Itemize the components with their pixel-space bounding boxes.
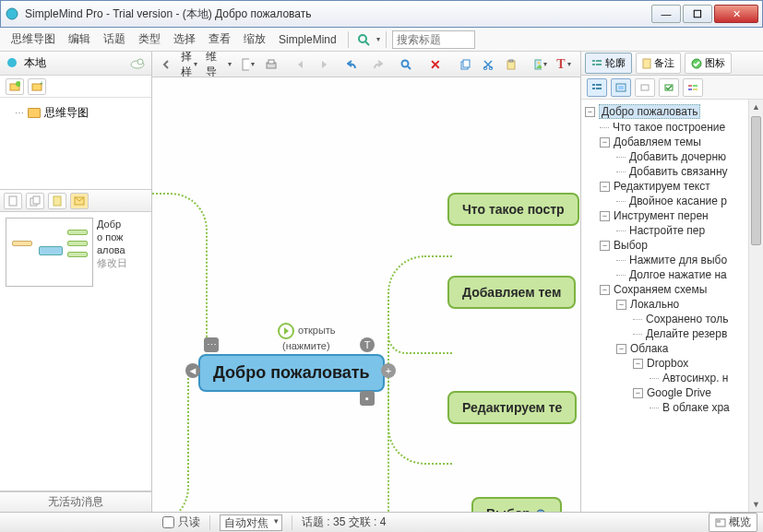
- outline-item[interactable]: −Добро пожаловать: [581, 103, 763, 120]
- outline-tool-5[interactable]: [683, 78, 703, 97]
- scroll-down-icon[interactable]: ▼: [749, 497, 763, 512]
- outline-tool-3[interactable]: [635, 78, 655, 97]
- node-handle-left[interactable]: ◄: [185, 363, 200, 378]
- node-child-1[interactable]: Что такое постр: [447, 193, 579, 226]
- new-map-button[interactable]: [6, 78, 24, 95]
- expand-icon[interactable]: −: [600, 137, 610, 148]
- menu-topic[interactable]: 话题: [98, 29, 131, 50]
- outline-item[interactable]: −Облака: [581, 341, 763, 356]
- paste-button[interactable]: [48, 193, 66, 209]
- left-tree[interactable]: ⋯ 思维导图: [0, 98, 151, 190]
- menu-view[interactable]: 查看: [203, 29, 236, 50]
- copy-button[interactable]: [455, 54, 475, 75]
- toggle-panel-button[interactable]: [156, 54, 176, 75]
- expand-icon[interactable]: −: [585, 107, 595, 117]
- nav-fwd-button[interactable]: [314, 54, 334, 75]
- preview-button[interactable]: 概览: [709, 513, 757, 532]
- print-button[interactable]: [261, 54, 281, 75]
- outline-item[interactable]: −Локально: [581, 297, 763, 312]
- outline-item[interactable]: Сохранено толь: [581, 312, 763, 326]
- outline-tool-4[interactable]: [659, 78, 679, 97]
- outline-item[interactable]: Делайте резерв: [581, 326, 763, 341]
- node-handle-add[interactable]: +: [381, 363, 396, 378]
- outline-tree[interactable]: −Добро пожаловатьЧто такое построение−До…: [581, 100, 763, 512]
- outline-item[interactable]: В облаке хра: [581, 400, 763, 415]
- outline-item[interactable]: −Редактируем текст: [581, 179, 763, 194]
- tab-outline[interactable]: 轮廓: [585, 53, 632, 74]
- expand-icon[interactable]: −: [600, 211, 610, 221]
- text-button[interactable]: T▾: [554, 54, 574, 75]
- expand-icon[interactable]: −: [600, 241, 610, 251]
- tree-node-root[interactable]: ⋯ 思维导图: [6, 103, 146, 123]
- outline-item[interactable]: Настройте пер: [581, 223, 763, 238]
- outline-item[interactable]: Добавить связанну: [581, 164, 763, 179]
- maximize-button[interactable]: ☐: [683, 5, 712, 23]
- menu-select[interactable]: 选择: [168, 29, 201, 50]
- left-tab-label[interactable]: 本地: [24, 55, 46, 71]
- minimize-button[interactable]: —: [651, 5, 681, 23]
- copy-doc-button[interactable]: [26, 193, 44, 209]
- undo-button[interactable]: [343, 54, 364, 75]
- open-hint[interactable]: открыть (нажмите): [277, 322, 336, 351]
- redo-button[interactable]: [366, 54, 387, 75]
- node-handle-bottom[interactable]: ▪: [360, 391, 375, 406]
- expand-icon[interactable]: −: [600, 182, 610, 192]
- cloud-icon[interactable]: [129, 57, 146, 70]
- menu-edit[interactable]: 编辑: [63, 29, 96, 50]
- outline-tool-2[interactable]: [611, 78, 631, 97]
- outline-item[interactable]: −Сохраняем схемы: [581, 282, 763, 297]
- nav-back-button[interactable]: [291, 54, 311, 75]
- style-button[interactable]: 选择样式▾: [179, 54, 199, 75]
- outline-item[interactable]: −Google Drive: [581, 385, 763, 400]
- menu-zoom[interactable]: 缩放: [238, 29, 271, 50]
- find-button[interactable]: [396, 54, 416, 75]
- thumbnail-preview[interactable]: [6, 218, 93, 287]
- menu-mindmap[interactable]: 思维导图: [6, 29, 61, 50]
- outline-item[interactable]: Автосинхр. н: [581, 371, 763, 385]
- attach-button[interactable]: ▾: [577, 54, 580, 75]
- expand-icon[interactable]: −: [633, 359, 643, 369]
- new-button[interactable]: ▾: [238, 54, 258, 75]
- outline-item[interactable]: −Инструмент перен: [581, 208, 763, 223]
- menu-type[interactable]: 类型: [133, 29, 166, 50]
- image-button[interactable]: ▾: [531, 54, 551, 75]
- outline-item[interactable]: Добавить дочерню: [581, 149, 763, 164]
- mindmap-canvas[interactable]: открыть (нажмите) Добро пожаловать ⋯ T ◄…: [152, 77, 580, 512]
- node-handle-t[interactable]: T: [360, 337, 375, 352]
- tab-notes[interactable]: 备注: [636, 53, 681, 74]
- close-button[interactable]: ✕: [714, 5, 758, 23]
- zoom-dropdown[interactable]: [354, 30, 373, 49]
- node-handle-menu[interactable]: ⋯: [204, 337, 219, 352]
- scroll-thumb[interactable]: [751, 116, 761, 245]
- outline-item[interactable]: Нажмите для выбо: [581, 253, 763, 267]
- node-child-2[interactable]: Добавляем тем: [447, 276, 576, 309]
- mail-button[interactable]: [70, 193, 89, 209]
- outline-item[interactable]: Долгое нажатие на: [581, 267, 763, 282]
- outline-item[interactable]: −Выбор: [581, 238, 763, 253]
- paste-tb-button[interactable]: [501, 54, 521, 75]
- cut-button[interactable]: [478, 54, 498, 75]
- thumbnail-list[interactable]: Добр о пож алова 修改日: [0, 212, 151, 491]
- outline-item[interactable]: Что такое построение: [581, 120, 763, 135]
- outline-item[interactable]: Двойное касание р: [581, 194, 763, 208]
- expand-icon[interactable]: −: [633, 388, 643, 398]
- outline-item[interactable]: −Добавляем темы: [581, 135, 763, 149]
- expand-icon[interactable]: −: [600, 285, 610, 295]
- focus-select[interactable]: 自动对焦: [220, 514, 282, 531]
- search-input[interactable]: [392, 30, 475, 49]
- node-child-4[interactable]: Выбор: [471, 497, 562, 512]
- tab-icons[interactable]: 图标: [685, 53, 732, 74]
- layout-button[interactable]: 思维导图...▾: [209, 54, 229, 75]
- outline-item[interactable]: −Dropbox: [581, 356, 763, 371]
- scroll-up-icon[interactable]: ▲: [749, 100, 763, 114]
- new-folder-button[interactable]: +: [28, 78, 46, 95]
- expand-icon[interactable]: −: [616, 344, 626, 354]
- menu-simplemind[interactable]: SimpleMind: [273, 30, 342, 49]
- new-doc-button[interactable]: [4, 193, 22, 209]
- node-child-3[interactable]: Редактируем те: [447, 391, 577, 424]
- outline-tool-1[interactable]: [587, 78, 607, 97]
- expand-icon[interactable]: −: [616, 300, 626, 310]
- readonly-checkbox[interactable]: 只读: [162, 514, 200, 530]
- scrollbar[interactable]: ▲ ▼: [748, 100, 763, 512]
- delete-button[interactable]: ✕: [425, 54, 446, 75]
